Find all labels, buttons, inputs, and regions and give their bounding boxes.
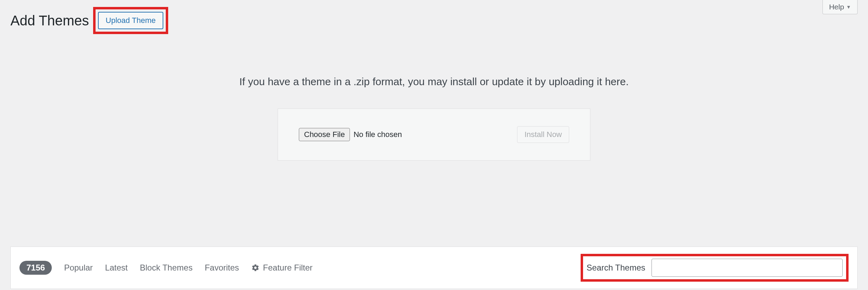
page-title: Add Themes: [10, 13, 89, 29]
upload-theme-button[interactable]: Upload Theme: [98, 12, 163, 29]
page-header: Add Themes Upload Theme: [0, 0, 868, 34]
help-label: Help: [829, 3, 844, 11]
feature-filter-button[interactable]: Feature Filter: [251, 263, 313, 273]
search-label: Search Themes: [587, 263, 645, 273]
choose-file-button[interactable]: Choose File: [299, 128, 350, 141]
gear-icon: [251, 264, 260, 272]
theme-count-badge: 7156: [19, 261, 52, 275]
tab-block-themes[interactable]: Block Themes: [140, 263, 193, 273]
search-highlight: Search Themes: [581, 254, 849, 282]
theme-filter-bar: 7156 Popular Latest Block Themes Favorit…: [10, 247, 858, 289]
feature-filter-label: Feature Filter: [263, 263, 313, 273]
upload-theme-highlight: Upload Theme: [93, 7, 168, 34]
file-input-group: Choose File No file chosen: [299, 128, 402, 141]
upload-instruction-text: If you have a theme in a .zip format, yo…: [0, 76, 868, 88]
file-status-text: No file chosen: [353, 130, 402, 139]
upload-form: Choose File No file chosen Install Now: [278, 108, 590, 161]
help-button[interactable]: Help ▼: [822, 0, 858, 14]
caret-down-icon: ▼: [846, 4, 851, 10]
tab-favorites[interactable]: Favorites: [205, 263, 239, 273]
install-now-button[interactable]: Install Now: [517, 126, 569, 143]
tab-popular[interactable]: Popular: [64, 263, 93, 273]
search-input[interactable]: [652, 259, 843, 277]
tab-latest[interactable]: Latest: [105, 263, 128, 273]
